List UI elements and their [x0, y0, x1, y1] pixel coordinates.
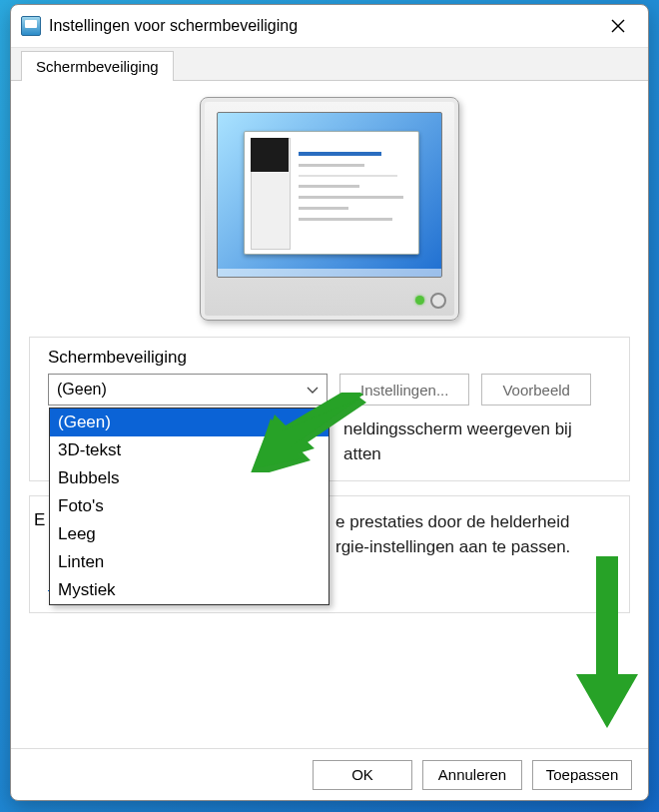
cancel-button[interactable]: Annuleren — [422, 760, 522, 790]
screensaver-dropdown-list: (Geen) 3D-tekst Bubbels Foto's Leeg Lint… — [49, 407, 330, 605]
preview-monitor — [200, 97, 459, 321]
screensaver-group: Schermbeveiliging (Geen) (Geen) 3D-tekst… — [29, 337, 630, 481]
close-icon — [611, 19, 625, 33]
power-button-icon — [430, 293, 446, 309]
dialog-footer: OK Annuleren Toepassen — [11, 748, 648, 800]
dialog-body: Schermbeveiliging (Geen) (Geen) 3D-tekst… — [11, 81, 648, 748]
screensaver-option[interactable]: Leeg — [50, 520, 329, 548]
screensaver-label: Schermbeveiliging — [48, 348, 611, 368]
screensaver-icon — [21, 16, 41, 36]
screensaver-option[interactable]: 3D-tekst — [50, 436, 329, 464]
preview-button[interactable]: Voorbeeld — [481, 374, 591, 406]
window-title: Instellingen voor schermbeveiliging — [49, 17, 596, 35]
power-description-partial: e prestaties door de helderheid rgie-ins… — [335, 510, 570, 559]
apply-button[interactable]: Toepassen — [532, 760, 632, 790]
ok-button[interactable]: OK — [313, 760, 412, 790]
screensaver-select[interactable]: (Geen) (Geen) 3D-tekst Bubbels Foto's Le… — [48, 374, 328, 406]
resume-text-partial: neldingsscherm weergeven bij atten — [343, 417, 572, 466]
screensaver-option[interactable]: (Geen) — [50, 408, 329, 436]
close-button[interactable] — [596, 10, 640, 42]
power-led-icon — [415, 296, 424, 305]
chevron-down-icon — [307, 381, 319, 399]
tab-screensaver[interactable]: Schermbeveiliging — [21, 51, 174, 81]
titlebar: Instellingen voor schermbeveiliging — [11, 5, 648, 47]
power-heading-partial: E — [34, 510, 45, 530]
settings-button[interactable]: Instellingen... — [339, 374, 469, 406]
tab-strip: Schermbeveiliging — [11, 47, 648, 81]
preview-screen — [217, 112, 442, 278]
dialog-window: Instellingen voor schermbeveiliging Sche… — [10, 4, 649, 801]
screensaver-option[interactable]: Linten — [50, 548, 329, 576]
screensaver-select-value: (Geen) — [57, 381, 107, 399]
screensaver-option[interactable]: Foto's — [50, 492, 329, 520]
screensaver-option[interactable]: Bubbels — [50, 464, 329, 492]
screensaver-option[interactable]: Mystiek — [50, 576, 329, 604]
